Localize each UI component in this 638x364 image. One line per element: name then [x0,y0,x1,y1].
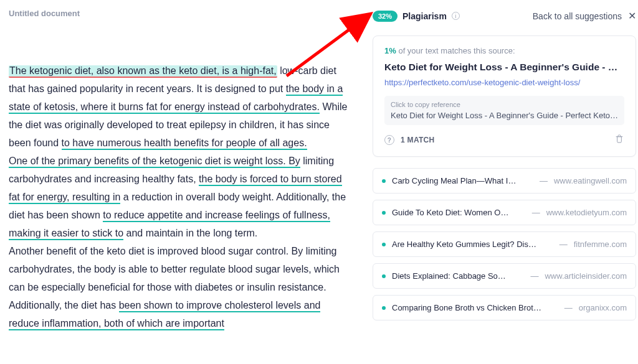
info-icon[interactable]: i [452,12,460,20]
source-row-domain: fitnfemme.com [574,240,627,249]
bullet-icon [382,274,386,278]
plagiarism-label: Plagiarism [402,11,447,21]
underlined-text[interactable]: One of the primary benefits of the ketog… [9,156,300,168]
separator: — [559,240,568,249]
source-row-title: Comparing Bone Broth vs Chicken Brot… [392,303,558,312]
match-count-label: 1 MATCH [401,136,435,144]
back-label: Back to all suggestions [533,11,622,21]
back-to-suggestions[interactable]: Back to all suggestions ✕ [533,10,636,22]
reference-text: Keto Diet for Weight Loss - A Beginner's… [391,111,618,120]
underlined-text[interactable]: to have numerous health benefits for peo… [62,138,307,150]
source-row-title: Are Healthy Keto Gummies Legit? Dis… [392,240,553,249]
separator: — [564,303,573,312]
document-title[interactable]: Untitled document [9,9,350,18]
source-row[interactable]: Guide To Keto Diet: Women O…—www.ketodie… [373,200,636,225]
source-card[interactable]: 1% of your text matches this source: Ket… [373,35,636,157]
source-row-domain: www.ketodietyum.com [546,208,627,217]
match-line: 1% of your text matches this source: [384,46,624,55]
source-row[interactable]: Carb Cycling Meal Plan—What I…—www.eatin… [373,168,636,194]
trash-icon[interactable] [614,134,624,146]
source-row[interactable]: Are Healthy Keto Gummies Legit? Dis…—fit… [373,231,636,257]
bullet-icon [382,243,386,246]
bullet-icon [382,179,386,183]
separator: — [540,176,548,185]
source-row-domain: www.articleinsider.com [545,271,627,281]
source-row-title: Guide To Keto Diet: Women O… [392,208,526,217]
match-rest: of your text matches this source: [396,46,515,55]
source-row-title: Diets Explained: Cabbage So… [392,271,524,281]
plagiarism-badge: 32% [373,11,398,22]
source-list: Carb Cycling Meal Plan—What I…—www.eatin… [373,168,636,320]
document-body[interactable]: The ketogenic diet, also known as the ke… [9,62,350,332]
source-row[interactable]: Comparing Bone Broth vs Chicken Brot…—or… [373,295,636,320]
bullet-icon [382,306,386,310]
separator: — [532,208,540,217]
source-row-title: Carb Cycling Meal Plan—What I… [392,176,533,185]
match-count[interactable]: ? 1 MATCH [384,135,435,145]
plagiarism-header: 32% Plagiarism i Back to all suggestions… [373,10,636,22]
reference-label: Click to copy reference [391,101,618,108]
source-row-domain: www.eatingwell.com [554,176,627,185]
source-row[interactable]: Diets Explained: Cabbage So…—www.article… [373,263,636,289]
bullet-icon [382,211,386,215]
body-text: and maintain in the long term. [123,228,257,238]
match-pct: 1% [384,46,396,55]
reference-block[interactable]: Click to copy reference Keto Diet for We… [384,96,624,125]
help-icon[interactable]: ? [384,135,394,145]
source-row-domain: organixx.com [579,303,627,312]
source-url[interactable]: https://perfectketo.com/use-ketogenic-di… [384,78,624,87]
highlighted-text[interactable]: The ketogenic diet, also known as the ke… [9,65,277,78]
source-title: Keto Diet for Weight Loss - A Beginner's… [384,62,624,73]
separator: — [530,271,538,281]
close-icon[interactable]: ✕ [628,10,636,22]
